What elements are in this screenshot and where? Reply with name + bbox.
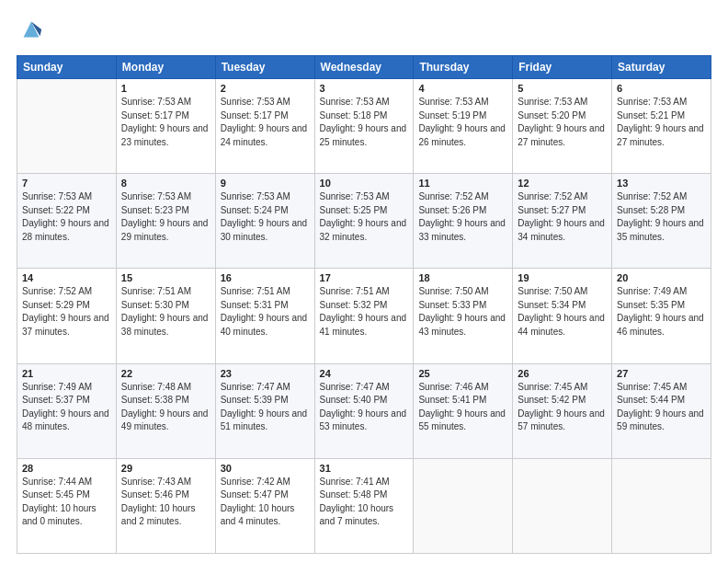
calendar-header-sunday: Sunday (17, 56, 117, 79)
day-info: Sunrise: 7:53 AM Sunset: 5:24 PM Dayligh… (221, 190, 310, 244)
calendar-header-row: SundayMondayTuesdayWednesdayThursdayFrid… (17, 56, 711, 79)
calendar-cell: 13Sunrise: 7:52 AM Sunset: 5:28 PM Dayli… (612, 174, 711, 269)
day-info: Sunrise: 7:52 AM Sunset: 5:28 PM Dayligh… (617, 190, 706, 244)
day-number: 4 (418, 83, 507, 94)
day-number: 1 (121, 83, 210, 94)
day-number: 3 (320, 83, 409, 94)
day-info: Sunrise: 7:50 AM Sunset: 5:34 PM Dayligh… (518, 285, 607, 339)
day-number: 6 (617, 83, 706, 94)
calendar-cell: 7Sunrise: 7:53 AM Sunset: 5:22 PM Daylig… (17, 174, 117, 269)
day-number: 31 (320, 463, 409, 474)
calendar-cell: 15Sunrise: 7:51 AM Sunset: 5:30 PM Dayli… (116, 269, 215, 363)
day-number: 2 (221, 83, 310, 94)
logo (17, 17, 44, 46)
calendar-cell: 10Sunrise: 7:53 AM Sunset: 5:25 PM Dayli… (314, 174, 414, 269)
calendar-cell: 12Sunrise: 7:52 AM Sunset: 5:27 PM Dayli… (513, 174, 612, 269)
calendar-cell (612, 458, 711, 553)
calendar-cell: 4Sunrise: 7:53 AM Sunset: 5:19 PM Daylig… (414, 79, 513, 174)
calendar-cell: 26Sunrise: 7:45 AM Sunset: 5:42 PM Dayli… (513, 363, 612, 458)
day-info: Sunrise: 7:53 AM Sunset: 5:18 PM Dayligh… (320, 96, 409, 149)
day-info: Sunrise: 7:47 AM Sunset: 5:40 PM Dayligh… (320, 381, 409, 434)
day-number: 26 (518, 368, 607, 379)
calendar-cell: 23Sunrise: 7:47 AM Sunset: 5:39 PM Dayli… (215, 363, 314, 458)
day-info: Sunrise: 7:49 AM Sunset: 5:35 PM Dayligh… (617, 285, 706, 339)
day-info: Sunrise: 7:42 AM Sunset: 5:47 PM Dayligh… (221, 476, 310, 529)
day-info: Sunrise: 7:45 AM Sunset: 5:42 PM Dayligh… (518, 381, 607, 434)
day-number: 12 (518, 178, 607, 189)
calendar-header-friday: Friday (513, 56, 612, 79)
day-info: Sunrise: 7:51 AM Sunset: 5:30 PM Dayligh… (121, 285, 210, 339)
calendar-cell: 27Sunrise: 7:45 AM Sunset: 5:44 PM Dayli… (612, 363, 711, 458)
calendar-cell: 28Sunrise: 7:44 AM Sunset: 5:45 PM Dayli… (17, 458, 117, 553)
calendar-week-row: 1Sunrise: 7:53 AM Sunset: 5:17 PM Daylig… (17, 79, 711, 174)
day-number: 23 (221, 368, 310, 379)
day-number: 28 (22, 463, 111, 474)
calendar-week-row: 28Sunrise: 7:44 AM Sunset: 5:45 PM Dayli… (17, 458, 711, 553)
day-number: 16 (221, 272, 310, 283)
day-info: Sunrise: 7:53 AM Sunset: 5:25 PM Dayligh… (320, 190, 409, 244)
day-number: 18 (418, 272, 507, 283)
day-info: Sunrise: 7:53 AM Sunset: 5:21 PM Dayligh… (617, 96, 706, 149)
day-number: 25 (418, 368, 507, 379)
calendar-cell: 1Sunrise: 7:53 AM Sunset: 5:17 PM Daylig… (116, 79, 215, 174)
day-number: 9 (221, 178, 310, 189)
calendar-cell: 6Sunrise: 7:53 AM Sunset: 5:21 PM Daylig… (612, 79, 711, 174)
calendar-cell: 2Sunrise: 7:53 AM Sunset: 5:17 PM Daylig… (215, 79, 314, 174)
calendar-cell: 9Sunrise: 7:53 AM Sunset: 5:24 PM Daylig… (215, 174, 314, 269)
day-number: 27 (617, 368, 706, 379)
calendar-cell: 17Sunrise: 7:51 AM Sunset: 5:32 PM Dayli… (314, 269, 414, 363)
calendar-cell: 19Sunrise: 7:50 AM Sunset: 5:34 PM Dayli… (513, 269, 612, 363)
day-number: 15 (121, 272, 210, 283)
day-number: 10 (320, 178, 409, 189)
calendar-header-monday: Monday (116, 56, 215, 79)
day-number: 22 (121, 368, 210, 379)
day-info: Sunrise: 7:53 AM Sunset: 5:17 PM Dayligh… (221, 96, 310, 149)
day-number: 30 (221, 463, 310, 474)
calendar-week-row: 21Sunrise: 7:49 AM Sunset: 5:37 PM Dayli… (17, 363, 711, 458)
day-number: 21 (22, 368, 111, 379)
day-number: 17 (320, 272, 409, 283)
day-number: 13 (617, 178, 706, 189)
calendar-header-tuesday: Tuesday (215, 56, 314, 79)
calendar-cell: 29Sunrise: 7:43 AM Sunset: 5:46 PM Dayli… (116, 458, 215, 553)
calendar-cell: 3Sunrise: 7:53 AM Sunset: 5:18 PM Daylig… (314, 79, 414, 174)
day-info: Sunrise: 7:53 AM Sunset: 5:22 PM Dayligh… (22, 190, 111, 244)
day-info: Sunrise: 7:47 AM Sunset: 5:39 PM Dayligh… (221, 381, 310, 434)
day-info: Sunrise: 7:52 AM Sunset: 5:29 PM Dayligh… (22, 285, 111, 339)
day-number: 24 (320, 368, 409, 379)
day-info: Sunrise: 7:51 AM Sunset: 5:31 PM Dayligh… (221, 285, 310, 339)
day-info: Sunrise: 7:46 AM Sunset: 5:41 PM Dayligh… (418, 381, 507, 434)
calendar-table: SundayMondayTuesdayWednesdayThursdayFrid… (17, 55, 711, 554)
calendar-cell: 14Sunrise: 7:52 AM Sunset: 5:29 PM Dayli… (17, 269, 117, 363)
day-info: Sunrise: 7:43 AM Sunset: 5:46 PM Dayligh… (121, 476, 210, 529)
day-info: Sunrise: 7:44 AM Sunset: 5:45 PM Dayligh… (22, 476, 111, 529)
calendar-cell: 11Sunrise: 7:52 AM Sunset: 5:26 PM Dayli… (414, 174, 513, 269)
day-info: Sunrise: 7:48 AM Sunset: 5:38 PM Dayligh… (121, 381, 210, 434)
day-number: 14 (22, 272, 111, 283)
day-info: Sunrise: 7:53 AM Sunset: 5:23 PM Dayligh… (121, 190, 210, 244)
calendar-cell: 8Sunrise: 7:53 AM Sunset: 5:23 PM Daylig… (116, 174, 215, 269)
calendar-cell: 16Sunrise: 7:51 AM Sunset: 5:31 PM Dayli… (215, 269, 314, 363)
day-info: Sunrise: 7:51 AM Sunset: 5:32 PM Dayligh… (320, 285, 409, 339)
calendar-header-thursday: Thursday (414, 56, 513, 79)
logo-icon (18, 17, 44, 42)
calendar-cell: 20Sunrise: 7:49 AM Sunset: 5:35 PM Dayli… (612, 269, 711, 363)
day-number: 7 (22, 178, 111, 189)
calendar-week-row: 14Sunrise: 7:52 AM Sunset: 5:29 PM Dayli… (17, 269, 711, 363)
calendar-cell: 21Sunrise: 7:49 AM Sunset: 5:37 PM Dayli… (17, 363, 117, 458)
day-number: 11 (418, 178, 507, 189)
calendar-cell: 22Sunrise: 7:48 AM Sunset: 5:38 PM Dayli… (116, 363, 215, 458)
header (17, 17, 711, 46)
calendar-cell (513, 458, 612, 553)
day-number: 19 (518, 272, 607, 283)
day-info: Sunrise: 7:49 AM Sunset: 5:37 PM Dayligh… (22, 381, 111, 434)
day-info: Sunrise: 7:53 AM Sunset: 5:19 PM Dayligh… (418, 96, 507, 149)
calendar-cell (414, 458, 513, 553)
day-number: 5 (518, 83, 607, 94)
calendar-cell: 24Sunrise: 7:47 AM Sunset: 5:40 PM Dayli… (314, 363, 414, 458)
day-number: 8 (121, 178, 210, 189)
day-info: Sunrise: 7:52 AM Sunset: 5:27 PM Dayligh… (518, 190, 607, 244)
calendar-header-wednesday: Wednesday (314, 56, 414, 79)
calendar-cell: 18Sunrise: 7:50 AM Sunset: 5:33 PM Dayli… (414, 269, 513, 363)
calendar-cell: 30Sunrise: 7:42 AM Sunset: 5:47 PM Dayli… (215, 458, 314, 553)
